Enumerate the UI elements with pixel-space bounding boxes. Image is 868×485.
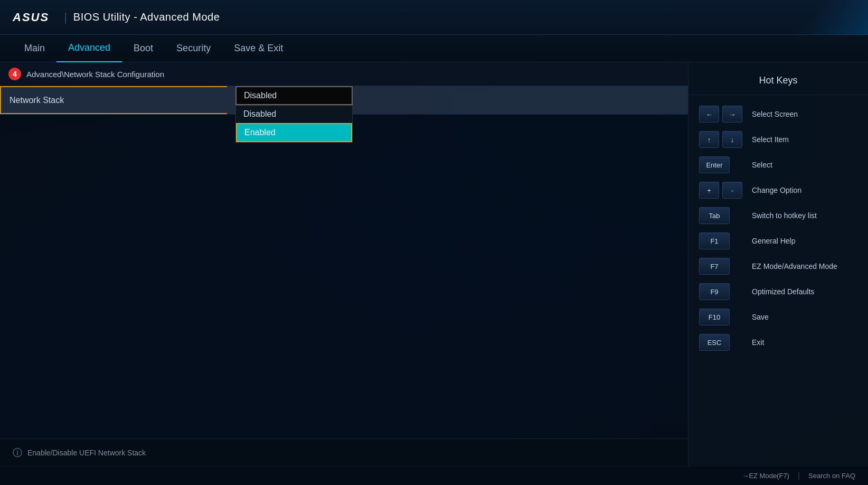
hotkey-select-screen: ← → Select Screen bbox=[688, 101, 868, 127]
hotkey-f9: F9 Optimized Defaults bbox=[688, 279, 868, 304]
esc-key[interactable]: ESC bbox=[699, 334, 730, 351]
hotkey-tab: Tab Switch to hotkey list bbox=[688, 203, 868, 228]
nav-item-save-exit[interactable]: Save & Exit bbox=[222, 35, 295, 62]
hotkey-f10: F10 Save bbox=[688, 304, 868, 330]
breadcrumb-text: Advanced\Network Stack Configuration bbox=[26, 70, 164, 79]
hotkey-select-item-label: Select Item bbox=[752, 135, 789, 144]
nav-item-advanced[interactable]: Advanced bbox=[56, 35, 122, 62]
plus-key[interactable]: + bbox=[699, 182, 719, 199]
hotkey-change-option-label: Change Option bbox=[752, 186, 801, 194]
network-stack-value: Disabled Disabled Enabled bbox=[227, 86, 688, 114]
hotkey-select: Enter Select bbox=[688, 152, 868, 178]
hotkey-f10-label: Save bbox=[752, 313, 769, 321]
nav-item-main[interactable]: Main bbox=[13, 35, 56, 62]
ez-mode-status[interactable]: →EZ Mode(F7) bbox=[742, 472, 789, 480]
status-bar: →EZ Mode(F7) | Search on FAQ bbox=[0, 466, 868, 485]
nav-item-boot[interactable]: Boot bbox=[122, 35, 165, 62]
hotkey-f1-label: General Help bbox=[752, 237, 796, 245]
hotkey-tab-label: Switch to hotkey list bbox=[752, 211, 817, 220]
dropdown-option-enabled[interactable]: Enabled bbox=[236, 123, 352, 142]
hotkey-change-option: + - Change Option bbox=[688, 178, 868, 203]
dropdown-header[interactable]: Disabled bbox=[235, 86, 353, 105]
hotkey-f9-label: Optimized Defaults bbox=[752, 287, 814, 296]
step-badge-4: 4 bbox=[8, 68, 21, 80]
breadcrumb-bar: 4 Advanced\Network Stack Configuration bbox=[0, 62, 688, 86]
hotkey-esc-label: Exit bbox=[752, 338, 764, 347]
dropdown-list: Disabled Enabled bbox=[235, 105, 353, 143]
search-faq-status[interactable]: Search on FAQ bbox=[808, 472, 855, 480]
hotkeys-title: Hot Keys bbox=[688, 71, 868, 95]
hotkey-select-label: Select bbox=[752, 161, 772, 169]
up-arrow-key[interactable]: ↑ bbox=[699, 131, 719, 148]
left-arrow-key[interactable]: ← bbox=[699, 106, 719, 123]
title-bar: ASUS | BIOS Utility - Advanced Mode bbox=[0, 0, 868, 35]
hotkey-f7-label: EZ Mode/Advanced Mode bbox=[752, 262, 837, 271]
hotkey-f1: F1 General Help bbox=[688, 228, 868, 254]
info-bar: ⓘ Enable/Disable UEFI Network Stack bbox=[0, 439, 688, 466]
right-arrow-key[interactable]: → bbox=[722, 106, 742, 123]
hotkeys-panel: Hot Keys ← → Select Screen ↑ ↓ Select It… bbox=[688, 62, 868, 466]
f10-key[interactable]: F10 bbox=[699, 309, 730, 325]
enter-key[interactable]: Enter bbox=[699, 156, 730, 173]
down-arrow-key[interactable]: ↓ bbox=[722, 131, 742, 148]
content-area: 4 Advanced\Network Stack Configuration N… bbox=[0, 62, 688, 466]
info-text: Enable/Disable UEFI Network Stack bbox=[27, 449, 146, 457]
dropdown-container: Disabled Disabled Enabled bbox=[235, 86, 353, 143]
network-stack-row[interactable]: Network Stack Disabled Disabled Enabled bbox=[0, 86, 688, 115]
dropdown-option-disabled[interactable]: Disabled bbox=[236, 106, 352, 123]
asus-logo: ASUS bbox=[13, 11, 49, 24]
nav-item-security[interactable]: Security bbox=[165, 35, 222, 62]
settings-area: Network Stack Disabled Disabled Enabled bbox=[0, 86, 688, 115]
hotkey-select-screen-label: Select Screen bbox=[752, 110, 798, 118]
info-icon: ⓘ bbox=[13, 446, 22, 459]
hotkey-f7: F7 EZ Mode/Advanced Mode bbox=[688, 254, 868, 279]
app-title: BIOS Utility - Advanced Mode bbox=[73, 11, 220, 23]
nav-bar: Main Advanced Boot Security Save & Exit bbox=[0, 35, 868, 62]
hotkey-select-item: ↑ ↓ Select Item bbox=[688, 127, 868, 152]
hotkey-esc: ESC Exit bbox=[688, 330, 868, 355]
f7-key[interactable]: F7 bbox=[699, 258, 730, 275]
f1-key[interactable]: F1 bbox=[699, 232, 730, 249]
f9-key[interactable]: F9 bbox=[699, 283, 730, 300]
network-stack-label: Network Stack bbox=[0, 86, 227, 114]
status-divider: | bbox=[798, 471, 800, 481]
tab-key[interactable]: Tab bbox=[699, 207, 730, 224]
minus-key[interactable]: - bbox=[722, 182, 742, 199]
